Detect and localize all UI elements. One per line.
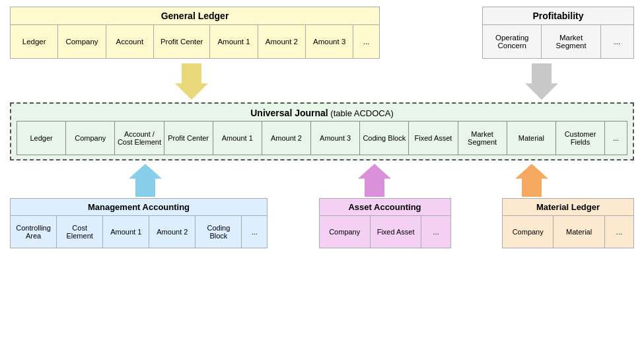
uj-field-ledger: Ledger [17, 122, 66, 155]
gl-field-profit-center: Profit Center [154, 25, 210, 58]
material-ledger-box: Material Ledger Company Material ... [502, 198, 634, 248]
aa-field-fixed-asset: Fixed Asset [371, 216, 421, 248]
diagram-container: General Ledger Ledger Company Account Pr… [0, 0, 644, 356]
aa-field-ellipsis: ... [421, 216, 450, 248]
ml-field-ellipsis: ... [605, 216, 633, 248]
uj-field-amount2: Amount 2 [262, 122, 311, 155]
gl-title: General Ledger [11, 7, 379, 25]
asset-accounting-box: Asset Accounting Company Fixed Asset ... [319, 198, 451, 248]
uj-field-customer-fields: Customer Fields [556, 122, 605, 155]
uj-field-market-segment: Market Segment [458, 122, 507, 155]
aa-field-company: Company [320, 216, 371, 248]
general-ledger-box: General Ledger Ledger Company Account Pr… [10, 7, 380, 59]
up-arrows-row [10, 162, 634, 198]
uj-field-company: Company [66, 122, 115, 155]
ml-title: Material Ledger [503, 199, 633, 216]
top-row: General Ledger Ledger Company Account Pr… [10, 7, 634, 59]
aa-fields-row: Company Fixed Asset ... [320, 216, 450, 248]
ma-field-amount2: Amount 2 [149, 216, 196, 248]
gl-field-ellipsis: ... [353, 25, 379, 58]
uj-field-amount1: Amount 1 [213, 122, 262, 155]
uj-title: Universal Journal (table ACDOCA) [17, 108, 627, 118]
gl-field-amount2: Amount 2 [258, 25, 306, 58]
down-arrows-row [10, 60, 634, 101]
ma-field-ellipsis: ... [242, 216, 267, 248]
profit-field-ellipsis: ... [601, 25, 633, 58]
uj-field-account-cost: Account / Cost Element [115, 122, 164, 155]
ma-field-amount1: Amount 1 [103, 216, 149, 248]
uj-field-coding-block: Coding Block [360, 122, 409, 155]
gl-field-amount3: Amount 3 [306, 25, 353, 58]
gl-field-company: Company [58, 25, 106, 58]
arrow-ma-up [129, 164, 162, 197]
profitability-box: Profitability Operating Concern Market S… [482, 7, 634, 59]
ma-field-controlling-area: Controlling Area [11, 216, 57, 248]
profit-field-operating-concern: Operating Concern [483, 25, 542, 58]
profitability-title: Profitability [483, 7, 633, 25]
arrow-aa-up [358, 164, 391, 197]
uj-fields-row: Ledger Company Account / Cost Element Pr… [17, 121, 627, 155]
gl-field-amount1: Amount 1 [210, 25, 258, 58]
ml-fields-row: Company Material ... [503, 216, 633, 248]
ma-fields-row: Controlling Area Cost Element Amount 1 A… [11, 216, 267, 248]
ma-title: Management Accounting [11, 199, 267, 216]
gl-fields-row: Ledger Company Account Profit Center Amo… [11, 25, 379, 58]
arrow-profitability-down [525, 63, 558, 100]
ma-field-cost-element: Cost Element [57, 216, 103, 248]
profit-field-market-segment: Market Segment [542, 25, 600, 58]
profitability-fields-row: Operating Concern Market Segment ... [483, 25, 633, 58]
ml-field-company: Company [503, 216, 554, 248]
gl-field-ledger: Ledger [11, 25, 58, 58]
bottom-row: Management Accounting Controlling Area C… [10, 198, 634, 248]
ml-field-material: Material [554, 216, 604, 248]
universal-journal-box: Universal Journal (table ACDOCA) Ledger … [10, 102, 634, 160]
aa-title: Asset Accounting [320, 199, 450, 216]
uj-field-material: Material [507, 122, 556, 155]
uj-field-amount3: Amount 3 [311, 122, 360, 155]
uj-field-profit-center: Profit Center [164, 122, 213, 155]
management-accounting-box: Management Accounting Controlling Area C… [10, 198, 268, 248]
ma-field-coding-block: Coding Block [196, 216, 242, 248]
uj-field-fixed-asset: Fixed Asset [409, 122, 458, 155]
uj-field-ellipsis: ... [605, 122, 627, 155]
arrow-ml-up [515, 164, 548, 197]
gl-field-account: Account [106, 25, 154, 58]
arrow-gl-down [175, 63, 208, 100]
